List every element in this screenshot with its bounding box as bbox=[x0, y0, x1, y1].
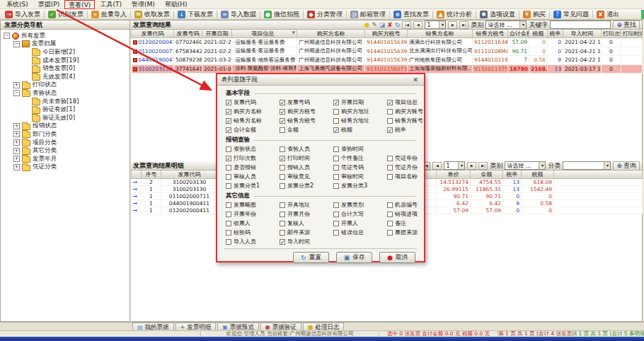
checkbox-打印时间[interactable]: ✓打印时间 bbox=[280, 154, 333, 162]
checked-checkbox-icon[interactable]: ✓ bbox=[226, 100, 231, 105]
checkbox-审核时间[interactable]: 审核时间 bbox=[333, 173, 387, 180]
unchecked-checkbox-icon[interactable] bbox=[226, 212, 231, 217]
checkbox-开票年份[interactable]: 开票年份 bbox=[226, 210, 280, 218]
unchecked-checkbox-icon[interactable] bbox=[387, 221, 393, 226]
column-header-发票代码[interactable]: 发票代码 bbox=[161, 170, 218, 179]
checkbox-项目名称[interactable]: 项目名称 bbox=[387, 173, 418, 180]
tree-item-所有发票[interactable]: −所有发票 bbox=[4, 32, 130, 40]
tree-item-验证有效[1][interactable]: 验证有效[1] bbox=[4, 105, 130, 114]
checkbox-开票月份[interactable]: 开票月份 bbox=[280, 210, 333, 218]
result-first-page-button[interactable]: |◀ bbox=[402, 21, 411, 29]
column-header-购买方税号[interactable]: 购买方税号 bbox=[365, 30, 408, 38]
detail-next-page-button[interactable]: ▶ bbox=[467, 162, 476, 170]
unchecked-checkbox-icon[interactable] bbox=[280, 127, 285, 133]
column-header-发票代码[interactable]: 发票代码 bbox=[132, 30, 174, 38]
取消-button[interactable]: ●取消 bbox=[379, 252, 415, 263]
result-next-page-button[interactable]: ▶ bbox=[448, 21, 457, 29]
tree-item-其它分类[interactable]: +其它分类 bbox=[4, 146, 130, 155]
checked-checkbox-icon[interactable]: ✓ bbox=[226, 109, 231, 115]
toolbar-button-识别发票[interactable]: ✓识别发票 bbox=[45, 10, 86, 19]
checkbox-打印次数[interactable]: ✓打印次数 bbox=[226, 154, 280, 162]
find-button[interactable]: ⊕查找 bbox=[613, 21, 640, 30]
detail-prev-page-button[interactable]: ◀ bbox=[432, 162, 442, 170]
close-icon[interactable]: ✕ bbox=[411, 75, 420, 85]
table-row[interactable]: 012002000411077024602021-02-22·运输服务·客运服务… bbox=[132, 38, 643, 47]
checkbox-项目信息[interactable]: ✓项目信息 bbox=[387, 98, 418, 106]
table-row[interactable]: 3100203130377416412021-01-06·涂料·聚氨酯胶·涂料·… bbox=[132, 64, 643, 74]
eraser-icon[interactable]: ◪ bbox=[379, 21, 386, 29]
checkbox-查验人员[interactable]: 查验人员 bbox=[280, 145, 333, 153]
unchecked-checkbox-icon[interactable] bbox=[387, 174, 393, 180]
checkbox-购买方名称[interactable]: ✓购买方名称 bbox=[226, 108, 280, 115]
checkbox-备注[interactable]: 备注 bbox=[387, 219, 415, 227]
menu-item-系统(S)[interactable]: 系统(S) bbox=[1, 0, 33, 9]
query-button[interactable]: ⊕查询 bbox=[613, 161, 640, 170]
checkbox-购买方税号[interactable]: ✓购买方税号 bbox=[280, 108, 333, 115]
checkbox-查验状态[interactable]: 查验状态 bbox=[226, 145, 280, 153]
checkbox-收票人[interactable]: 收票人 bbox=[226, 219, 280, 227]
toolbar-button-批量导入[interactable]: »批量导入 bbox=[88, 10, 130, 19]
column-header-开票日期[interactable]: 开票日期 bbox=[202, 30, 232, 38]
expand-icon[interactable]: + bbox=[13, 156, 20, 162]
detail-page-select[interactable]: 1▾ bbox=[444, 161, 465, 170]
checkbox-个性备注[interactable]: 个性备注 bbox=[333, 154, 387, 162]
checked-checkbox-icon[interactable]: ✓ bbox=[333, 127, 339, 133]
checked-checkbox-icon[interactable]: ✓ bbox=[280, 239, 285, 245]
checkbox-票据来源[interactable]: 票据来源 bbox=[387, 229, 418, 236]
unchecked-checkbox-icon[interactable] bbox=[387, 109, 393, 115]
unchecked-checkbox-icon[interactable] bbox=[226, 146, 231, 152]
unchecked-checkbox-icon[interactable] bbox=[333, 165, 339, 170]
detail-classify-select[interactable]: ▾ bbox=[563, 161, 611, 170]
unchecked-checkbox-icon[interactable] bbox=[387, 212, 393, 217]
toolbar-button-收取发票[interactable]: ✉收取发票 bbox=[132, 10, 173, 19]
unchecked-checkbox-icon[interactable] bbox=[280, 202, 285, 208]
tree-item-查验状态[interactable]: −查验状态 bbox=[4, 89, 130, 98]
tree-item-项目分类[interactable]: +项目分类 bbox=[4, 139, 130, 147]
checkbox-发票类别[interactable]: 发票类别 bbox=[333, 201, 387, 209]
unchecked-checkbox-icon[interactable] bbox=[280, 146, 285, 152]
collapse-icon[interactable]: − bbox=[13, 90, 20, 96]
menu-item-管理(M)[interactable]: 管理(M) bbox=[127, 0, 160, 9]
checkbox-发票分类2[interactable]: 发票分类2 bbox=[280, 182, 333, 190]
checked-checkbox-icon[interactable]: ✓ bbox=[226, 127, 231, 133]
tree-item-发票归属[interactable]: −发票归属 bbox=[4, 40, 130, 49]
unchecked-checkbox-icon[interactable] bbox=[333, 212, 339, 217]
column-header-blank[interactable] bbox=[554, 170, 643, 179]
unchecked-checkbox-icon[interactable] bbox=[280, 174, 285, 180]
toolbar-button-购买[interactable]: ¥购买 bbox=[520, 10, 548, 19]
checkbox-合计金额[interactable]: ✓合计金额 bbox=[226, 126, 280, 134]
checkbox-销项进项[interactable]: 销项进项 bbox=[387, 210, 418, 218]
checked-checkbox-icon[interactable]: ✓ bbox=[333, 100, 339, 105]
checkbox-购买方地址[interactable]: 购买方地址 bbox=[333, 108, 387, 115]
column-header-打印时间[interactable]: 打印时间 bbox=[621, 30, 643, 38]
checkbox-合计大写[interactable]: 合计大写 bbox=[333, 210, 387, 218]
unchecked-checkbox-icon[interactable] bbox=[226, 202, 231, 208]
checked-checkbox-icon[interactable]: ✓ bbox=[387, 127, 393, 133]
checkbox-税额[interactable]: ✓税额 bbox=[333, 126, 387, 134]
column-header-税率[interactable]: 税率 bbox=[548, 30, 563, 38]
checked-checkbox-icon[interactable]: ✓ bbox=[280, 156, 285, 161]
tree-item-今日新增[2][interactable]: 今日新增[2] bbox=[4, 48, 130, 57]
column-header-合计金额[interactable]: 合计金额 bbox=[508, 30, 529, 38]
unchecked-checkbox-icon[interactable] bbox=[333, 221, 339, 226]
column-header-税额[interactable]: 税额 bbox=[522, 170, 554, 179]
tree-item-部门分类[interactable]: +部门分类 bbox=[4, 130, 130, 139]
expand-icon[interactable]: + bbox=[13, 131, 20, 137]
unchecked-checkbox-icon[interactable] bbox=[333, 146, 339, 152]
unchecked-checkbox-icon[interactable] bbox=[226, 230, 231, 236]
unchecked-checkbox-icon[interactable] bbox=[226, 165, 231, 170]
menu-item-帮助(H)[interactable]: 帮助(H) bbox=[160, 0, 192, 9]
checkbox-发票略图[interactable]: 发票略图 bbox=[226, 201, 280, 209]
toolbar-button-统计分析[interactable]: ▲统计分析 bbox=[434, 10, 475, 19]
checkbox-销售方税号[interactable]: ✓销售方税号 bbox=[280, 117, 333, 125]
column-header-导入时间[interactable]: 导入时间 bbox=[563, 30, 602, 38]
unchecked-checkbox-icon[interactable] bbox=[333, 230, 339, 236]
checkbox-发票号码[interactable]: ✓发票号码 bbox=[280, 98, 333, 106]
checkbox-销售方账号[interactable]: 销售方账号 bbox=[387, 117, 423, 125]
checkbox-错误信息[interactable]: 错误信息 bbox=[333, 229, 387, 236]
expand-icon[interactable]: + bbox=[13, 82, 20, 88]
expand-icon[interactable]: + bbox=[13, 139, 20, 146]
menu-item-工具(T)[interactable]: 工具(T) bbox=[95, 0, 127, 9]
toolbar-button-导入数据[interactable]: ≡导入数据 bbox=[218, 10, 259, 19]
tree-item-验证无效[0][interactable]: 验证无效[0] bbox=[4, 114, 130, 122]
